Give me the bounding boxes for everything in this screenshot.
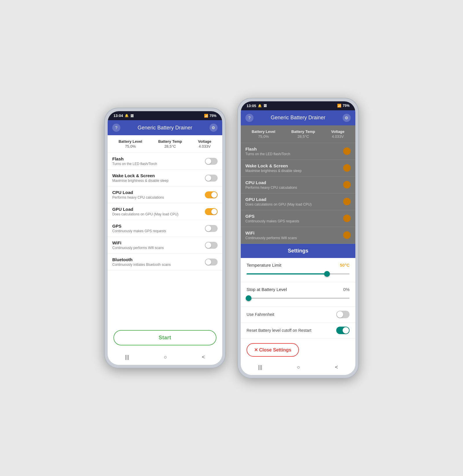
temperature-value: 50°C	[340, 263, 350, 268]
feature-flash-2: Flash Turns on the LED flash/Torch	[241, 143, 355, 160]
toggle-dot-wifi-2[interactable]	[343, 231, 351, 239]
nav-home-1[interactable]: ○	[164, 354, 167, 360]
nav-recents-1[interactable]: <	[202, 354, 205, 360]
feature-wakelock-2: Wake Lock & Screen Maximise brightness &…	[241, 160, 355, 177]
temperature-section: Temperature Limit 50°C	[241, 258, 355, 282]
battery-2: 75%	[343, 104, 350, 108]
feature-cpu-2: CPU Load Performs heavy CPU calculations	[241, 177, 355, 193]
feature-gpu-1: GPU Load Does calculations on GPU (May l…	[108, 203, 222, 220]
image-icon-2: 🖼	[264, 104, 267, 107]
fahrenheit-label: Use Fahrenheit	[247, 312, 274, 317]
feature-gps-1: GPS Continuously makes GPS requests	[108, 220, 222, 237]
reset-battery-row: Reset Battery level cutoff on Restart	[241, 323, 355, 338]
toggle-gps-1[interactable]	[205, 225, 218, 232]
settings-header: Settings	[241, 244, 355, 258]
nav-back-2[interactable]: |||	[258, 364, 262, 370]
nav-bar-2: ||| ○ <	[241, 361, 355, 375]
app-bar-1: ? Generic Battery Drainer ⚙	[108, 120, 222, 135]
status-bar-1: 13:04 🔔 🖼 📶 75%	[108, 111, 222, 120]
fahrenheit-row: Use Fahrenheit	[241, 307, 355, 323]
feature-bluetooth-1: Bluetooth Continuously initiates Bluetoo…	[108, 254, 222, 270]
battery-level-1: Battery Level 75,0%	[119, 139, 142, 149]
toggle-dot-gps-2[interactable]	[343, 215, 351, 222]
wifi-signal-icon-1: 📶	[204, 114, 208, 118]
battery-level-value: 0%	[343, 287, 350, 292]
toggle-bluetooth-1[interactable]	[205, 259, 218, 266]
app-title-1: Generic Battery Drainer	[137, 125, 192, 131]
feature-list-1: Flash Turns on the LED flash/Torch Wake …	[108, 153, 222, 326]
toggle-wakelock-1[interactable]	[205, 175, 218, 182]
settings-panel: Settings Temperature Limit 50°C Stop at	[241, 244, 355, 361]
toggle-gpu-1[interactable]	[205, 208, 218, 215]
toggle-dot-wakelock-2[interactable]	[343, 164, 351, 172]
nav-bar-1: ||| ○ <	[108, 351, 222, 365]
battery-temp-2: Battery Temp 28,5°C	[291, 129, 315, 139]
temperature-slider[interactable]	[247, 270, 350, 277]
feature-wifi-1: WiFi Continuously performs Wifi scans	[108, 237, 222, 254]
help-icon-2[interactable]: ?	[245, 114, 253, 122]
status-bar-2: 13:05 🔔 🖼 📶 75%	[241, 101, 355, 110]
toggle-dot-flash-2[interactable]	[343, 147, 351, 155]
toggle-reset-battery[interactable]	[336, 327, 350, 334]
notification-icon-1: 🔔	[125, 114, 129, 118]
phone-1: 13:04 🔔 🖼 📶 75% ? Generic Battery Draine…	[104, 108, 226, 368]
battery-1: 75%	[210, 114, 216, 118]
toggle-fahrenheit[interactable]	[336, 311, 350, 318]
app-bar-2: ? Generic Battery Drainer ⚙	[241, 110, 355, 125]
feature-gpu-2: GPU Load Does calculations on GPU (May l…	[241, 193, 355, 210]
time-1: 13:04	[113, 113, 123, 118]
battery-voltage-2: Voltage 4.033V	[331, 129, 344, 139]
nav-recents-2[interactable]: <	[335, 364, 338, 370]
battery-voltage-1: Voltage 4.033V	[198, 139, 211, 149]
app-title-2: Generic Battery Drainer	[271, 115, 325, 121]
help-icon-1[interactable]: ?	[112, 124, 120, 132]
settings-icon-2[interactable]: ⚙	[343, 114, 351, 122]
feature-list-2: Flash Turns on the LED flash/Torch Wake …	[241, 143, 355, 244]
toggle-flash-1[interactable]	[205, 158, 218, 165]
battery-level-2: Battery Level 75,0%	[252, 129, 275, 139]
battery-level-slider[interactable]	[247, 295, 350, 302]
close-settings-button[interactable]: ✕ Close Settings	[247, 343, 299, 357]
feature-cpu-1: CPU Load Performs heavy CPU calculations	[108, 186, 222, 203]
temperature-label: Temperature Limit	[247, 263, 281, 268]
reset-battery-label: Reset Battery level cutoff on Restart	[247, 328, 311, 333]
time-2: 13:05	[247, 104, 256, 108]
bottom-area-1: Start	[108, 326, 222, 351]
nav-back-1[interactable]: |||	[125, 354, 129, 360]
toggle-dot-gpu-2[interactable]	[343, 198, 351, 205]
nav-home-2[interactable]: ○	[297, 364, 300, 370]
battery-level-label: Stop at Battery Level	[247, 287, 287, 292]
toggle-wifi-1[interactable]	[205, 242, 218, 249]
phone-2: 13:05 🔔 🖼 📶 75% ? Generic Battery Draine…	[237, 98, 359, 378]
battery-level-section: Stop at Battery Level 0%	[241, 282, 355, 307]
wifi-signal-icon-2: 📶	[337, 104, 341, 108]
start-button-1[interactable]: Start	[113, 330, 216, 345]
battery-temp-1: Battery Temp 28,5°C	[158, 139, 182, 149]
feature-wakelock-1: Wake Lock & Screen Maximise brightness &…	[108, 170, 222, 186]
feature-gps-2: GPS Continuously makes GPS requests	[241, 210, 355, 227]
toggle-dot-cpu-2[interactable]	[343, 181, 351, 188]
notification-icon-2: 🔔	[258, 104, 262, 108]
image-icon-1: 🖼	[131, 114, 134, 118]
settings-icon-1[interactable]: ⚙	[210, 124, 218, 132]
toggle-cpu-1[interactable]	[205, 191, 218, 198]
feature-wifi-2: WiFi Continuously performs Wifi scans	[241, 227, 355, 244]
battery-info-2: Battery Level 75,0% Battery Temp 28,5°C …	[241, 125, 355, 143]
battery-info-1: Battery Level 75,0% Battery Temp 28,5°C …	[108, 135, 222, 153]
feature-flash-1: Flash Turns on the LED flash/Torch	[108, 153, 222, 170]
